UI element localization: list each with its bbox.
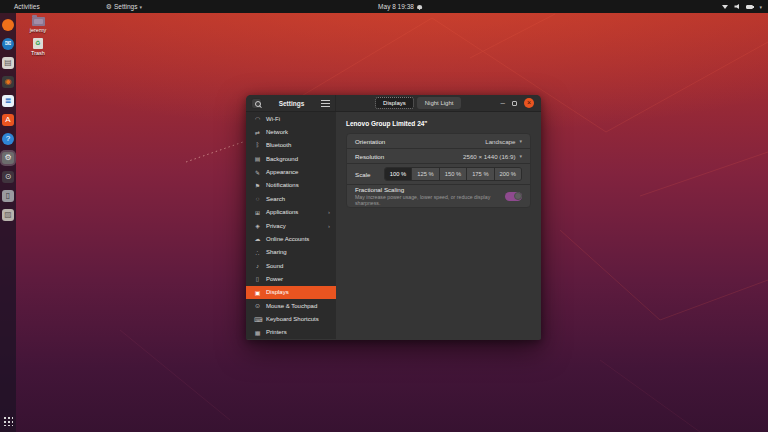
dock-item-files[interactable]: ▤ bbox=[2, 57, 14, 69]
dock-item-glyph: ◉ bbox=[5, 77, 12, 86]
dock-item-glyph: ≣ bbox=[5, 96, 12, 105]
caret-down-icon: ▾ bbox=[519, 153, 522, 159]
titlebar-left-section: Settings bbox=[246, 95, 336, 111]
sidebar-item-label: Network bbox=[266, 129, 288, 135]
close-button[interactable]: × bbox=[524, 98, 534, 108]
dock-item-glyph: ⊙ bbox=[5, 172, 12, 181]
sidebar-item-online-accounts[interactable]: ☁ Online Accounts bbox=[246, 232, 336, 245]
tab-displays[interactable]: Displays bbox=[375, 97, 414, 109]
sidebar-item-power[interactable]: ▯ Power bbox=[246, 272, 336, 285]
dock: ✉ ▤ ◉ ≣ A ? ⚙ ⊙ ▯ ▨ bbox=[0, 13, 16, 432]
orientation-label: Orientation bbox=[355, 138, 385, 145]
scale-option[interactable]: 100 % bbox=[385, 168, 412, 180]
scale-label: Scale bbox=[355, 171, 370, 178]
clock-label: May 8 19:38 bbox=[378, 3, 414, 10]
fractional-scaling-subtitle: May increase power usage, lower speed, o… bbox=[355, 194, 505, 206]
sidebar-item-sharing[interactable]: ∴ Sharing bbox=[246, 246, 336, 259]
dock-item-screenshot[interactable]: ⊙ bbox=[2, 171, 14, 183]
dock-item-glyph: A bbox=[5, 115, 10, 124]
dock-item-thunderbird[interactable]: ✉ bbox=[2, 38, 14, 50]
caret-down-icon: ▾ bbox=[759, 4, 762, 10]
sidebar-item-bluetooth[interactable]: ᛒ Bluetooth bbox=[246, 139, 336, 152]
activities-button[interactable]: Activities bbox=[10, 2, 44, 11]
sidebar-item-privacy[interactable]: ◈ Privacy › bbox=[246, 219, 336, 232]
sidebar-item-notifications[interactable]: ⚑ Notifications bbox=[246, 179, 336, 192]
fractional-scaling-row: Fractional Scaling May increase power us… bbox=[347, 185, 530, 207]
dock-item-settings[interactable]: ⚙ bbox=[2, 152, 14, 164]
sidebar-item-icon: ◠ bbox=[254, 115, 261, 122]
sidebar-item-wifi[interactable]: ◠ Wi-Fi bbox=[246, 112, 336, 125]
resolution-dropdown[interactable]: 2560 × 1440 (16:9) ▾ bbox=[463, 153, 522, 160]
scale-option[interactable]: 125 % bbox=[412, 168, 439, 180]
scale-option[interactable]: 175 % bbox=[467, 168, 494, 180]
sidebar-item-displays[interactable]: ▣ Displays bbox=[246, 286, 336, 299]
sidebar-item-search[interactable]: ◌ Search bbox=[246, 192, 336, 205]
sidebar-item-label: Printers bbox=[266, 329, 287, 335]
sidebar-item-label: Sound bbox=[266, 263, 283, 269]
sidebar-item-icon: ◈ bbox=[254, 222, 261, 229]
sidebar-item-label: Privacy bbox=[266, 223, 286, 229]
sidebar-item-mouse-touchpad[interactable]: ⊙ Mouse & Touchpad bbox=[246, 299, 336, 312]
dock-item-ubuntu-software[interactable]: A bbox=[2, 114, 14, 126]
sidebar-item-label: Wi-Fi bbox=[266, 116, 280, 122]
sidebar-item-label: Background bbox=[266, 156, 298, 162]
sidebar-item-printers[interactable]: ▦ Printers bbox=[246, 326, 336, 339]
sidebar-item-sound[interactable]: ♪ Sound bbox=[246, 259, 336, 272]
chevron-right-icon: › bbox=[328, 209, 330, 215]
sidebar-item-label: Notifications bbox=[266, 182, 299, 188]
sidebar-item-keyboard-shortcuts[interactable]: ⌨ Keyboard Shortcuts bbox=[246, 312, 336, 325]
sidebar-item-icon: ▯ bbox=[254, 275, 261, 282]
dock-item-sdcard-device[interactable]: ▨ bbox=[2, 209, 14, 221]
desktop-icons: jeremy ♻ Trash bbox=[22, 15, 54, 56]
search-button[interactable] bbox=[251, 98, 262, 109]
sidebar-item-icon: ◌ bbox=[254, 196, 261, 202]
maximize-button[interactable] bbox=[512, 101, 517, 106]
sidebar-item-icon: ♪ bbox=[254, 263, 261, 269]
notification-bell-icon bbox=[417, 5, 422, 9]
sidebar-item-appearance[interactable]: ✎ Appearance bbox=[246, 165, 336, 178]
dock-item-glyph: ? bbox=[6, 134, 10, 143]
hamburger-menu-icon[interactable] bbox=[321, 100, 330, 107]
resolution-row: Resolution 2560 × 1440 (16:9) ▾ bbox=[347, 149, 530, 164]
dock-item-glyph: ▯ bbox=[6, 191, 10, 200]
dock-item-firefox[interactable] bbox=[2, 19, 14, 31]
sidebar-item-icon: ᛒ bbox=[254, 142, 261, 148]
clock-button[interactable]: May 8 19:38 bbox=[378, 3, 422, 10]
displays-panel: Lenovo Group Limited 24" Orientation Lan… bbox=[336, 112, 541, 339]
resolution-value: 2560 × 1440 (16:9) bbox=[463, 153, 515, 160]
sidebar-item-applications[interactable]: ⊞ Applications › bbox=[246, 206, 336, 219]
sidebar-item-background[interactable]: ▤ Background bbox=[246, 152, 336, 165]
system-menu-button[interactable]: ▾ bbox=[722, 4, 762, 10]
orientation-dropdown[interactable]: Landscape ▾ bbox=[485, 138, 522, 145]
sidebar-item-icon: ▤ bbox=[254, 155, 261, 162]
resolution-label: Resolution bbox=[355, 153, 384, 160]
dock-item-help[interactable]: ? bbox=[2, 133, 14, 145]
sidebar-item-label: Power bbox=[266, 276, 283, 282]
sidebar-item-label: Bluetooth bbox=[266, 142, 291, 148]
dock-item-glyph: ▨ bbox=[4, 210, 12, 219]
sidebar-item-icon: ⌨ bbox=[254, 316, 261, 323]
dock-item-libreoffice-writer[interactable]: ≣ bbox=[2, 95, 14, 107]
show-applications-icon[interactable] bbox=[3, 416, 13, 426]
fractional-scaling-toggle[interactable] bbox=[505, 192, 522, 201]
sidebar-item-icon: ✎ bbox=[254, 169, 261, 176]
tab-night-light[interactable]: Night Light bbox=[417, 97, 462, 109]
app-menu-label: Settings bbox=[114, 3, 138, 10]
volume-icon bbox=[734, 4, 740, 9]
display-settings-card: Orientation Landscape ▾ Resolution 2560 … bbox=[346, 133, 531, 208]
dock-item-rhythmbox[interactable]: ◉ bbox=[2, 76, 14, 88]
sidebar-item-network[interactable]: ⇄ Network bbox=[246, 125, 336, 138]
scale-option[interactable]: 200 % bbox=[495, 168, 521, 180]
dock-item-phone-device[interactable]: ▯ bbox=[2, 190, 14, 202]
scale-row: Scale 100 %125 %150 %175 %200 % bbox=[347, 164, 530, 185]
home-folder-icon bbox=[32, 17, 45, 26]
app-menu-button[interactable]: ⚙ Settings ▾ bbox=[106, 3, 142, 11]
dock-item-glyph: ⚙ bbox=[4, 153, 11, 162]
sidebar-item-label: Applications bbox=[266, 209, 298, 215]
sidebar-item-label: Online Accounts bbox=[266, 236, 309, 242]
minimize-button[interactable]: – bbox=[501, 100, 505, 106]
desktop-icon-trash[interactable]: ♻ Trash bbox=[22, 38, 54, 56]
scale-option[interactable]: 150 % bbox=[440, 168, 467, 180]
desktop-icon-home-folder[interactable]: jeremy bbox=[22, 15, 54, 33]
sidebar-item-icon: ⚑ bbox=[254, 182, 261, 189]
